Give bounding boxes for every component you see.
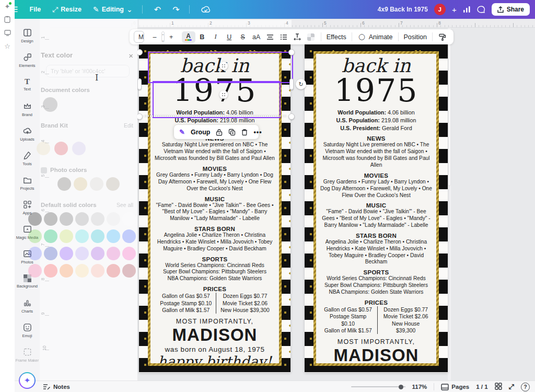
color-swatch[interactable] <box>28 212 42 226</box>
poster-section-sports[interactable]: SPORTSWorld Series Champions: Cincinnati… <box>323 269 429 296</box>
italic-button[interactable]: I <box>209 31 223 42</box>
color-swatch[interactable] <box>75 212 89 226</box>
color-swatch[interactable] <box>28 247 42 260</box>
rotate-handle[interactable]: ↻ <box>296 79 306 89</box>
font-family-select[interactable]: Multiple fonts <box>134 31 144 43</box>
poster-section-music[interactable]: MUSIC"Fame" - David Bowie • "Jive Talkin… <box>319 202 434 229</box>
poster-section-sports[interactable]: SPORTSWorld Series Champions: Cincinnati… <box>162 256 268 283</box>
color-swatch[interactable] <box>122 264 136 278</box>
effects-button[interactable]: Effects <box>324 33 348 41</box>
sidebar-item-emoji[interactable]: Emoji <box>15 318 40 342</box>
drag-handle-title-year[interactable] <box>219 90 228 99</box>
strikethrough-button[interactable]: S <box>236 31 250 42</box>
color-swatch[interactable] <box>28 264 42 278</box>
text-align-icon[interactable] <box>263 31 277 42</box>
underline-button[interactable]: U <box>223 31 236 42</box>
help-button[interactable]: ? <box>521 383 530 391</box>
scrollbar-thumb[interactable] <box>448 29 451 186</box>
color-swatch[interactable] <box>107 229 120 243</box>
color-swatch[interactable] <box>107 264 120 278</box>
sidebar-item-elements[interactable]: Elements <box>15 48 40 72</box>
sidebar-item-brand[interactable]: Brand <box>15 97 40 121</box>
brand-kit-edit-link[interactable]: Edit <box>124 122 133 129</box>
text-case-button[interactable]: aA <box>250 31 263 42</box>
color-swatch[interactable] <box>107 212 120 226</box>
sparkle-icon[interactable]: ✦ <box>5 3 10 10</box>
document-title[interactable]: 4x9 Back In 1975 <box>378 6 428 13</box>
notes-button[interactable]: Notes <box>43 384 70 390</box>
poster-page-right[interactable]: back in 1975 World Population:4.06 billi… <box>305 44 448 373</box>
sidebar-item-tools[interactable]: Tools <box>15 146 40 170</box>
insights-icon[interactable] <box>463 6 471 13</box>
see-all-link[interactable]: See all <box>117 202 133 208</box>
color-swatch[interactable] <box>107 247 120 260</box>
editing-mode-dropdown[interactable]: ✎ Editing ⌄ <box>93 5 133 14</box>
poster-section-news[interactable]: NEWSSaturday Night Live premiered on NBC… <box>153 135 276 162</box>
fullscreen-icon[interactable]: ⤢ <box>509 383 514 391</box>
avatar[interactable]: J <box>434 4 446 15</box>
sidebar-item-frame-maker[interactable]: Frame Maker <box>15 342 40 367</box>
pages-button[interactable]: Pages <box>441 384 469 390</box>
comments-icon[interactable] <box>477 6 485 14</box>
poster-section-music[interactable]: MUSIC"Fame" - David Bowie • "Jive Talkin… <box>153 196 276 223</box>
color-swatch[interactable] <box>91 247 104 260</box>
share-button[interactable]: Share <box>492 3 530 16</box>
color-swatch[interactable] <box>90 177 103 191</box>
poster-stats[interactable]: World Population:4.06 billion U.S. Popul… <box>336 109 416 132</box>
more-options-button[interactable]: ••• <box>253 129 262 136</box>
poster-footer[interactable]: MOST IMPORTANTLY, MADISON was born on Au… <box>319 338 433 366</box>
transparency-icon[interactable] <box>304 31 318 42</box>
poster-section-movies[interactable]: MOVIESGrey Gardens • Funny Lady • Barry … <box>153 166 276 192</box>
selection-handle-right-middle[interactable] <box>289 78 294 90</box>
color-swatch[interactable] <box>28 229 42 243</box>
color-swatch[interactable] <box>75 247 89 260</box>
color-swatch[interactable] <box>75 264 89 278</box>
clipboard-icon[interactable] <box>4 16 10 24</box>
poster-section-movies[interactable]: MOVIESGrey Gardens • Funny Lady • Barry … <box>319 172 434 199</box>
delete-icon[interactable] <box>241 129 248 136</box>
animate-button[interactable]: Animate <box>369 33 395 41</box>
sidebar-item-text[interactable]: T Text <box>15 72 40 97</box>
sidebar-item-projects[interactable]: Projects <box>15 170 40 195</box>
poster-section-prices[interactable]: PRICES Gallon of Gas $0.57Postage Stamp … <box>156 286 273 314</box>
color-swatch[interactable] <box>122 212 136 226</box>
color-swatch[interactable] <box>91 264 104 278</box>
selection-handle-top-right[interactable] <box>288 49 295 55</box>
color-swatch[interactable] <box>60 229 73 243</box>
poster-title-year[interactable]: 1975 <box>334 76 418 106</box>
zoom-level[interactable]: 117% <box>412 384 427 390</box>
color-swatch[interactable] <box>54 142 68 155</box>
sidebar-item-uploads[interactable]: Uploads <box>15 121 40 146</box>
color-swatch[interactable] <box>122 229 136 243</box>
zoom-slider-knob[interactable] <box>399 385 403 389</box>
assistant-button[interactable]: ✦ <box>19 372 36 389</box>
color-swatch[interactable] <box>122 247 136 260</box>
selection-handle-left-middle[interactable] <box>137 78 142 90</box>
sidebar-item-charts[interactable]: Charts <box>15 293 40 318</box>
drag-handle-title-script[interactable] <box>219 62 228 70</box>
color-swatch[interactable] <box>91 229 104 243</box>
poster-page-left[interactable]: back in 1975 World Population:4.06 billi… <box>139 44 290 373</box>
font-size-input[interactable]: -- <box>161 31 165 42</box>
color-search-input[interactable]: Try 'blue' or '#00c4cc' <box>46 65 130 77</box>
monitor-icon[interactable] <box>4 30 11 37</box>
font-size-increase-button[interactable]: + <box>165 31 178 42</box>
text-color-button[interactable]: A <box>182 31 195 43</box>
copy-style-roller-icon[interactable] <box>436 31 449 42</box>
letter-spacing-icon[interactable] <box>290 31 304 42</box>
color-swatch[interactable] <box>60 264 73 278</box>
color-swatch[interactable] <box>75 229 89 243</box>
add-member-button[interactable]: + <box>452 5 457 14</box>
bold-button[interactable]: B <box>195 31 209 42</box>
poster-section-stars-born[interactable]: STARS BORNAngelina Jolie • Charlize Ther… <box>319 233 434 266</box>
magic-edit-icon[interactable]: ✎ <box>179 128 185 136</box>
canvas-scrollbar[interactable] <box>448 27 451 381</box>
undo-button[interactable]: ↶ <box>154 5 161 15</box>
color-swatch[interactable] <box>60 212 73 226</box>
poster-section-news[interactable]: NEWSSaturday Night Live premiered on NBC… <box>319 135 434 168</box>
color-swatch[interactable] <box>60 247 73 260</box>
color-swatch[interactable] <box>74 177 87 191</box>
zoom-slider[interactable] <box>351 386 405 387</box>
color-swatch[interactable] <box>72 142 86 155</box>
sidebar-item-design[interactable]: Design <box>15 23 40 48</box>
